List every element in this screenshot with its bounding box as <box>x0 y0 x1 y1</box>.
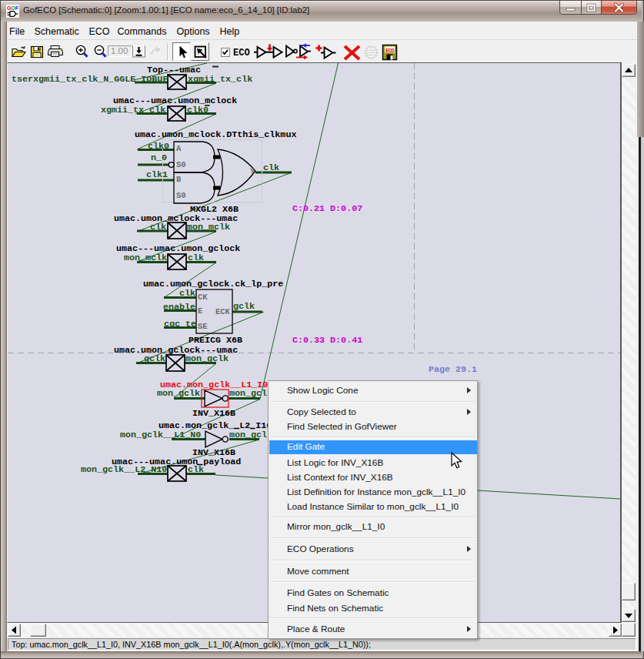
svg-text:clk: clk <box>188 464 204 475</box>
svg-text:mon_gclk__L1_N0: mon_gclk__L1_N0 <box>120 430 201 440</box>
svg-text:enable: enable <box>163 302 195 313</box>
svg-text:ECK: ECK <box>215 307 231 316</box>
svg-text:CK: CK <box>198 293 208 302</box>
svg-text:INV_X16B: INV_X16B <box>192 408 235 419</box>
svg-text:Page 29.1: Page 29.1 <box>429 364 477 375</box>
svg-text:tserxgmii_tx_clk_N_GGLE_IOBUF: tserxgmii_tx_clk_N_GGLE_IOBUF <box>12 74 168 85</box>
svg-text:mon_gclk: mon_gclk <box>157 388 200 399</box>
svg-text:gclk: gclk <box>144 353 165 364</box>
svg-text:Y: Y <box>250 167 255 176</box>
svg-text:S0: S0 <box>176 191 186 200</box>
svg-text:clk1: clk1 <box>146 169 168 180</box>
svg-text:clk: clk <box>150 222 166 232</box>
svg-text:ECO: ECO <box>385 48 395 54</box>
svg-text:xgmii_tx_clk: xgmii_tx_clk <box>188 74 252 85</box>
svg-text:S0: S0 <box>176 160 186 169</box>
svg-text:xgmii_tx_clk: xgmii_tx_clk <box>101 105 165 115</box>
svg-text:E: E <box>198 306 202 316</box>
svg-text:clk: clk <box>179 288 195 299</box>
svg-text:mon_gcl: mon_gcl <box>229 430 267 440</box>
svg-text:clk: clk <box>188 253 204 263</box>
svg-text:n_0: n_0 <box>151 152 167 163</box>
svg-text:O: O <box>11 5 15 11</box>
svg-text:clk0: clk0 <box>148 141 169 152</box>
svg-text:C:0.21 D:0.07: C:0.21 D:0.07 <box>292 203 362 214</box>
svg-text:C:0.33 D:0.41: C:0.33 D:0.41 <box>292 335 362 346</box>
svg-text:F: F <box>15 5 18 11</box>
svg-text:cgc_te: cgc_te <box>164 319 196 330</box>
svg-text:SE: SE <box>198 322 208 331</box>
svg-text:mon_mclk: mon_mclk <box>124 253 167 263</box>
svg-text:clk0: clk0 <box>187 105 209 115</box>
svg-text:mon_gclk: mon_gclk <box>185 353 229 364</box>
svg-text:A: A <box>176 144 182 153</box>
svg-text:mon_gclk__L2_N10: mon_gclk__L2_N10 <box>81 464 167 475</box>
svg-text:umac.umon_gclock.ck_lp_pre: umac.umon_gclock.ck_lp_pre <box>143 279 283 289</box>
svg-text:gclk: gclk <box>233 301 255 312</box>
svg-text:1.00: 1.00 <box>111 46 128 55</box>
svg-text:clk: clk <box>263 162 279 173</box>
svg-text:mon_mclk: mon_mclk <box>187 222 230 232</box>
svg-text:PREICG X6B: PREICG X6B <box>189 335 242 346</box>
svg-text:umac.umon_mclock.DTthis_clkmux: umac.umon_mclock.DTthis_clkmux <box>135 129 296 140</box>
svg-text:mon_gcl: mon_gcl <box>229 388 267 399</box>
svg-text:ECO: ECO <box>233 48 250 59</box>
svg-text:B: B <box>176 175 182 184</box>
